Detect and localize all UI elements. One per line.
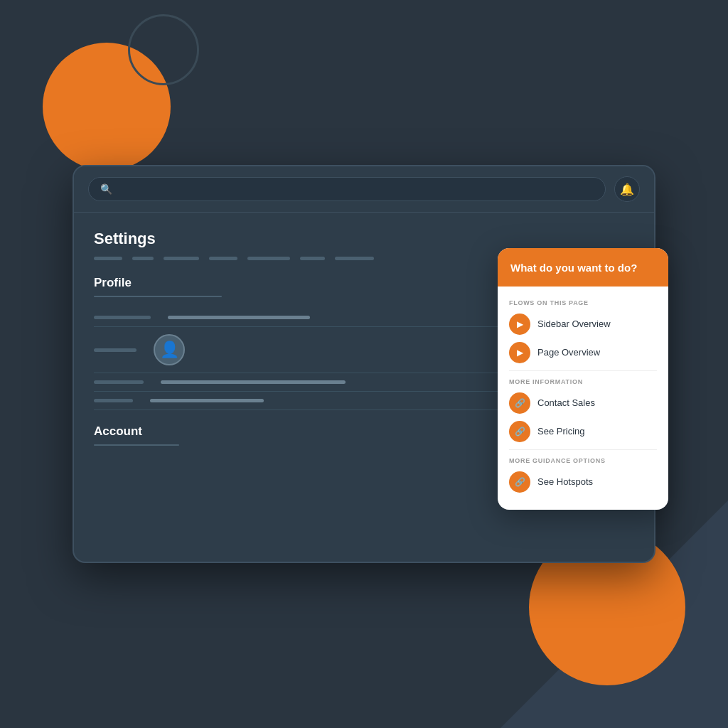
help-item-see-pricing[interactable]: 🔗 See Pricing [509,421,657,442]
tab-3[interactable] [164,257,199,260]
content-area: Settings Profile [74,213,654,477]
play-icon-sidebar: ▶ [509,314,530,335]
account-section: Account [94,424,506,446]
help-item-sidebar-overview[interactable]: ▶ Sidebar Overview [509,314,657,335]
settings-form: Profile 👤 [94,276,506,446]
divider-1 [509,370,657,371]
link-icon-contact: 🔗 [509,392,530,414]
link-icon-pricing: 🔗 [509,421,530,442]
field-label-3 [94,380,144,384]
settings-window: 🔍 🔔 Settings Profile [73,165,655,563]
avatar-icon: 👤 [160,341,179,359]
avatar[interactable]: 👤 [154,334,185,365]
field-label-4 [94,399,133,402]
help-panel-body: FLOWS ON THIS PAGE ▶ Sidebar Overview ▶ … [498,287,668,510]
search-bar[interactable]: 🔍 [88,177,606,201]
field-label-2 [94,348,136,352]
profile-field-row-3 [94,373,506,392]
tab-4[interactable] [209,257,237,260]
help-panel-title: What do you want to do? [510,261,655,275]
tab-7[interactable] [335,257,374,260]
sidebar-overview-label: Sidebar Overview [537,318,611,329]
more-info-section-label: MORE INFORMATION [509,378,657,385]
field-value-1[interactable] [168,316,310,319]
profile-section-label: Profile [94,276,506,290]
top-bar: 🔍 🔔 [74,166,654,213]
account-section-label: Account [94,424,506,439]
notification-bell-button[interactable]: 🔔 [614,176,640,202]
profile-section: Profile 👤 [94,276,506,410]
help-item-see-hotspots[interactable]: 🔗 See Hotspots [509,471,657,493]
divider-2 [509,449,657,450]
tab-1[interactable] [94,257,122,260]
flows-section-label: FLOWS ON THIS PAGE [509,299,657,306]
link-icon-hotspots: 🔗 [509,471,530,493]
help-panel: What do you want to do? FLOWS ON THIS PA… [498,248,668,510]
page-title: Settings [94,230,634,248]
search-input[interactable] [118,183,594,195]
field-value-4[interactable] [150,399,264,402]
play-icon-page: ▶ [509,342,530,363]
field-value-3[interactable] [161,380,346,384]
contact-sales-label: Contact Sales [537,397,595,408]
profile-field-row-4 [94,392,506,410]
see-pricing-label: See Pricing [537,426,584,437]
field-label-1 [94,316,151,319]
tab-2[interactable] [132,257,154,260]
search-icon: 🔍 [100,183,112,195]
page-overview-label: Page Overview [537,347,600,358]
profile-field-row-2: 👤 [94,327,506,373]
bg-circle-outline-top [128,14,199,85]
help-item-contact-sales[interactable]: 🔗 Contact Sales [509,392,657,414]
tab-5[interactable] [247,257,290,260]
bell-icon: 🔔 [620,183,634,196]
profile-underline [94,296,222,297]
help-item-page-overview[interactable]: ▶ Page Overview [509,342,657,363]
tab-6[interactable] [300,257,325,260]
see-hotspots-label: See Hotspots [537,476,593,487]
account-underline [94,444,179,446]
guidance-section-label: MORE GUIDANCE OPTIONS [509,457,657,464]
profile-field-row-1 [94,309,506,327]
help-panel-header: What do you want to do? [498,248,668,287]
